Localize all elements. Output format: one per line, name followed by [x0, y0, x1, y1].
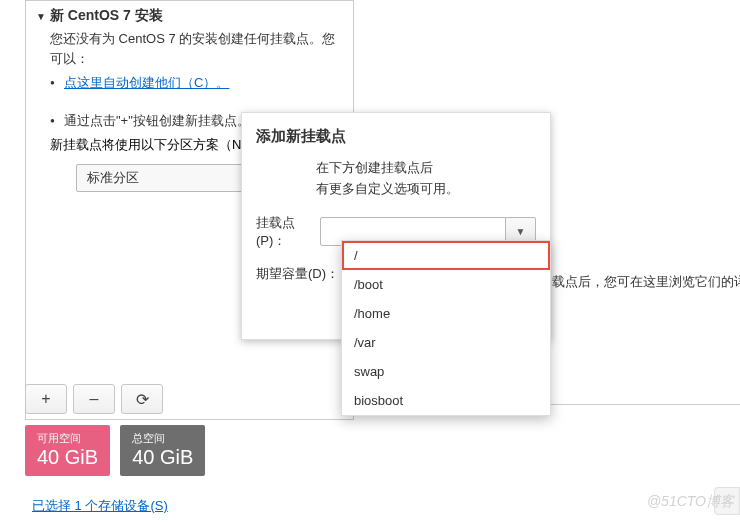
avail-value: 40 GiB: [37, 446, 98, 468]
dropdown-item[interactable]: /var: [342, 328, 550, 357]
remove-button[interactable]: –: [73, 384, 115, 414]
collapse-triangle-icon[interactable]: ▼: [36, 11, 46, 22]
install-title: 新 CentOS 7 安装: [50, 7, 163, 25]
reload-icon: ⟳: [136, 390, 149, 409]
dropdown-item[interactable]: swap: [342, 357, 550, 386]
size-label: 期望容量(D)：: [256, 265, 344, 283]
total-value: 40 GiB: [132, 446, 193, 468]
dialog-sub2: 有更多自定义选项可用。: [316, 179, 536, 200]
plus-icon: +: [41, 390, 50, 408]
auto-create-link[interactable]: 点这里自动创建他们（C）。: [64, 75, 229, 90]
mount-label: 挂载点(P)：: [256, 214, 320, 250]
total-label: 总空间: [132, 431, 193, 446]
dropdown-item[interactable]: /home: [342, 299, 550, 328]
minus-icon: –: [90, 390, 99, 408]
dropdown-item[interactable]: /: [342, 241, 550, 270]
reload-button[interactable]: ⟳: [121, 384, 163, 414]
available-space-badge: 可用空间 40 GiB: [25, 425, 110, 476]
chevron-down-icon: ▼: [516, 226, 526, 237]
total-space-badge: 总空间 40 GiB: [120, 425, 205, 476]
right-info-text: 载点后，您可在这里浏览它们的详: [552, 273, 740, 291]
install-desc: 您还没有为 CentOS 7 的安装创建任何挂载点。您可以：: [36, 25, 343, 72]
avail-label: 可用空间: [37, 431, 98, 446]
dropdown-item[interactable]: /boot: [342, 270, 550, 299]
add-button[interactable]: +: [25, 384, 67, 414]
dialog-sub1: 在下方创建挂载点后: [316, 158, 536, 179]
dialog-title: 添加新挂载点: [256, 127, 536, 146]
dropdown-item[interactable]: biosboot: [342, 386, 550, 415]
mount-point-dropdown: //boot/home/varswapbiosboot: [341, 240, 551, 416]
watermark: @51CTO博客: [647, 493, 734, 511]
scheme-value: 标准分区: [87, 169, 139, 187]
storage-devices-link[interactable]: 已选择 1 个存储设备(S): [32, 497, 168, 515]
